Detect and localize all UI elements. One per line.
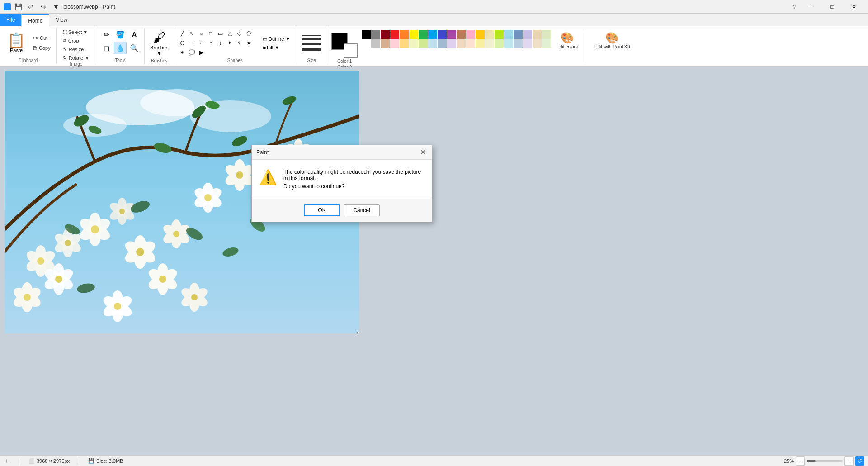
dialog-close-button[interactable]: ✕ xyxy=(418,148,427,157)
dialog-message-text: The color quality might be reduced if yo… xyxy=(283,169,425,181)
warning-icon: ⚠️ xyxy=(259,169,277,186)
dialog-title-bar: Paint ✕ xyxy=(252,145,432,160)
dialog-title: Paint xyxy=(256,149,269,156)
dialog-cancel-button[interactable]: Cancel xyxy=(344,204,380,216)
dialog-question-text: Do you want to continue? xyxy=(283,183,425,190)
dialog-ok-button[interactable]: OK xyxy=(304,204,340,216)
dialog-footer: OK Cancel xyxy=(252,199,432,222)
dialog-body: ⚠️ The color quality might be reduced if… xyxy=(252,160,432,199)
paint-dialog: Paint ✕ ⚠️ The color quality might be re… xyxy=(251,145,432,222)
dialog-message: The color quality might be reduced if yo… xyxy=(283,169,425,190)
dialog-overlay: Paint ✕ ⚠️ The color quality might be re… xyxy=(0,0,868,466)
